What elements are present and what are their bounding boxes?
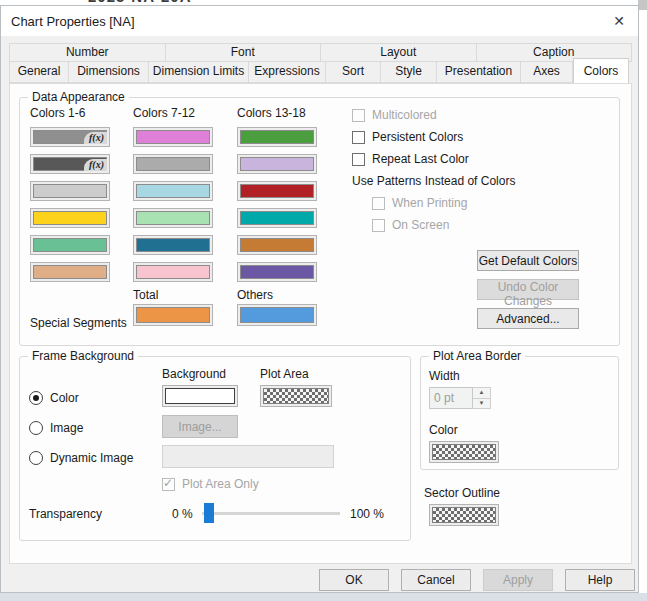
color-swatch-2[interactable]: f(x) bbox=[30, 154, 110, 174]
sector-outline-label: Sector Outline bbox=[424, 486, 500, 500]
swatch-fill bbox=[240, 184, 314, 198]
color-swatch-14[interactable] bbox=[237, 154, 317, 174]
border-color-swatch[interactable] bbox=[429, 441, 499, 463]
tab-colors[interactable]: Colors bbox=[573, 58, 629, 83]
swatch-fill bbox=[240, 130, 314, 144]
spinner-up-icon[interactable]: ▲ bbox=[473, 387, 491, 399]
transparency-min-label: 0 % bbox=[172, 507, 193, 521]
color-swatch-1[interactable]: f(x) bbox=[30, 127, 110, 147]
tab-axes[interactable]: Axes bbox=[521, 62, 573, 83]
tab-dimension-limits[interactable]: Dimension Limits bbox=[149, 62, 249, 83]
image-radio[interactable]: Image bbox=[29, 420, 83, 436]
swatch-column-13-18: Colors 13-18 bbox=[237, 106, 317, 289]
advanced-button[interactable]: Advanced... bbox=[477, 308, 579, 329]
cancel-button[interactable]: Cancel bbox=[401, 569, 471, 591]
tab-font[interactable]: Font bbox=[166, 43, 322, 62]
color-swatch-8[interactable] bbox=[133, 154, 213, 174]
checkbox-label: Multicolored bbox=[372, 108, 437, 122]
tab-number[interactable]: Number bbox=[9, 43, 166, 62]
color-swatch-16[interactable] bbox=[237, 208, 317, 228]
width-spinner[interactable]: 0 pt ▲ ▼ bbox=[429, 387, 491, 409]
swatch-fill bbox=[33, 265, 107, 279]
radio-circle bbox=[29, 391, 43, 405]
dynamic-image-radio[interactable]: Dynamic Image bbox=[29, 450, 133, 466]
multicolored-checkbox[interactable]: Multicolored bbox=[352, 104, 515, 126]
color-swatch-17[interactable] bbox=[237, 235, 317, 255]
others-color-swatch[interactable] bbox=[237, 304, 317, 326]
transparency-slider[interactable] bbox=[202, 503, 340, 523]
plot-area-column-label: Plot Area bbox=[260, 367, 309, 381]
color-swatch-6[interactable] bbox=[30, 262, 110, 282]
dialog-title: Chart Properties [NA] bbox=[11, 14, 135, 29]
checkbox-label: Persistent Colors bbox=[372, 130, 463, 144]
swatch-fill bbox=[240, 157, 314, 171]
checkbox-box bbox=[352, 131, 365, 144]
group-title: Plot Area Border bbox=[429, 349, 525, 363]
width-label: Width bbox=[429, 369, 460, 383]
image-button[interactable]: Image... bbox=[162, 415, 238, 438]
color-swatch-15[interactable] bbox=[237, 181, 317, 201]
tab-expressions[interactable]: Expressions bbox=[249, 62, 326, 83]
when-printing-checkbox[interactable]: When Printing bbox=[372, 192, 515, 214]
repeat-last-color-checkbox[interactable]: Repeat Last Color bbox=[352, 148, 515, 170]
color-swatch-18[interactable] bbox=[237, 262, 317, 282]
color-radio[interactable]: Color bbox=[29, 390, 79, 406]
column-header: Colors 7-12 bbox=[133, 106, 213, 120]
slider-thumb[interactable] bbox=[204, 503, 214, 523]
dialog-titlebar[interactable]: Chart Properties [NA] ✕ bbox=[1, 6, 638, 36]
slider-track[interactable] bbox=[202, 512, 340, 515]
help-button[interactable]: Help bbox=[565, 569, 635, 591]
color-swatch-9[interactable] bbox=[133, 181, 213, 201]
plot-area-only-checkbox[interactable]: ✓ Plot Area Only bbox=[162, 473, 259, 495]
dynamic-image-field[interactable] bbox=[162, 445, 334, 468]
radio-label: Color bbox=[50, 391, 79, 405]
plot-area-color-swatch[interactable] bbox=[260, 385, 332, 407]
group-title: Data Appearance bbox=[28, 90, 129, 104]
checkbox-box bbox=[372, 197, 385, 210]
swatch-column-1-6: Colors 1-6 f(x) f(x) bbox=[30, 106, 110, 289]
color-swatch-3[interactable] bbox=[30, 181, 110, 201]
total-color-swatch[interactable] bbox=[133, 304, 213, 326]
undo-color-changes-button[interactable]: Undo Color Changes bbox=[477, 279, 579, 300]
swatch-fill bbox=[240, 307, 314, 323]
column-header: Colors 1-6 bbox=[30, 106, 110, 120]
others-label: Others bbox=[237, 288, 273, 302]
on-screen-checkbox[interactable]: On Screen bbox=[372, 214, 515, 236]
color-swatch-4[interactable] bbox=[30, 208, 110, 228]
tab-sort[interactable]: Sort bbox=[326, 62, 381, 83]
transparency-label: Transparency bbox=[29, 507, 102, 521]
hatch-pattern-fill bbox=[432, 444, 496, 460]
tab-general[interactable]: General bbox=[9, 62, 69, 83]
swatch-fill: f(x) bbox=[33, 130, 107, 144]
swatch-column-7-12: Colors 7-12 bbox=[133, 106, 213, 289]
background-column-label: Background bbox=[162, 367, 226, 381]
apply-button[interactable]: Apply bbox=[483, 569, 553, 591]
close-icon[interactable]: ✕ bbox=[613, 13, 625, 29]
color-swatch-11[interactable] bbox=[133, 235, 213, 255]
transparency-max-label: 100 % bbox=[350, 507, 384, 521]
tab-layout[interactable]: Layout bbox=[321, 43, 477, 62]
color-swatch-13[interactable] bbox=[237, 127, 317, 147]
radio-circle bbox=[29, 451, 43, 465]
checkbox-label: Repeat Last Color bbox=[372, 152, 469, 166]
swatch-fill bbox=[136, 130, 210, 144]
tab-style[interactable]: Style bbox=[381, 62, 437, 83]
color-swatch-12[interactable] bbox=[133, 262, 213, 282]
background-corner-box bbox=[638, 0, 647, 10]
dialog-footer: OK Cancel Apply Help bbox=[1, 569, 638, 591]
color-swatch-10[interactable] bbox=[133, 208, 213, 228]
persistent-colors-checkbox[interactable]: Persistent Colors bbox=[352, 126, 515, 148]
background-color-swatch[interactable] bbox=[162, 385, 238, 407]
color-swatch-5[interactable] bbox=[30, 235, 110, 255]
radio-label: Dynamic Image bbox=[50, 451, 133, 465]
sector-outline-swatch[interactable] bbox=[429, 504, 499, 526]
color-swatch-7[interactable] bbox=[133, 127, 213, 147]
checkbox-box bbox=[372, 219, 385, 232]
spinner-down-icon[interactable]: ▼ bbox=[473, 399, 491, 410]
checkbox-box: ✓ bbox=[162, 478, 175, 491]
tab-dimensions[interactable]: Dimensions bbox=[69, 62, 149, 83]
tab-presentation[interactable]: Presentation bbox=[437, 62, 521, 83]
ok-button[interactable]: OK bbox=[319, 569, 389, 591]
width-value[interactable]: 0 pt bbox=[429, 387, 473, 409]
get-default-colors-button[interactable]: Get Default Colors bbox=[477, 250, 579, 271]
